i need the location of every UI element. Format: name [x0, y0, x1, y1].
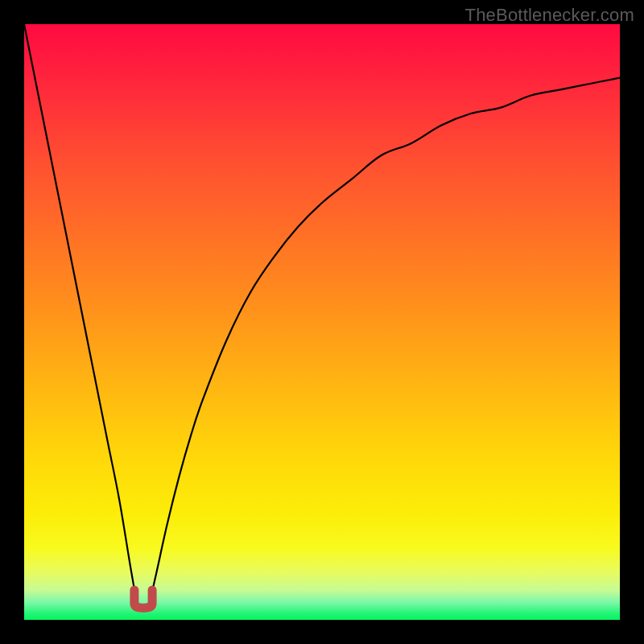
bottleneck-curve — [24, 24, 620, 608]
watermark-text: TheBottlenecker.com — [465, 5, 634, 26]
chart-svg — [24, 24, 620, 620]
valley-marker — [134, 590, 152, 608]
chart-container: TheBottlenecker.com — [0, 0, 644, 644]
plot-area — [24, 24, 620, 620]
